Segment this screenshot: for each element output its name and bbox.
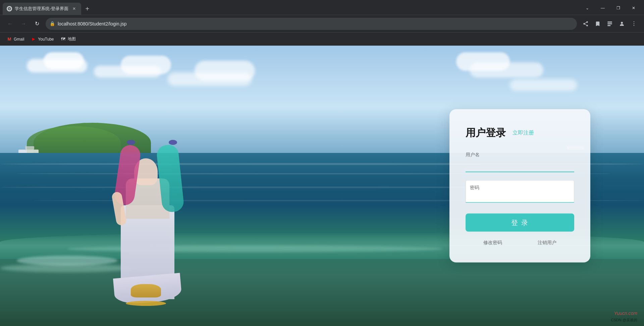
bookmark-youtube-label: YouTube — [38, 37, 54, 42]
login-header: 用户登录 立即注册 — [466, 126, 574, 140]
gmail-icon: M — [7, 37, 12, 42]
svg-rect-2 — [607, 23, 612, 24]
bookmark-gmail[interactable]: M Gmail — [4, 35, 27, 43]
window-minimize-button[interactable]: — — [595, 3, 610, 13]
profile-button[interactable] — [616, 18, 628, 30]
tab-favicon — [7, 6, 12, 11]
nav-bar: ← → ↻ 🔒 localhost:8080/Student2/login.js… — [0, 15, 644, 32]
window-close-button[interactable]: ✕ — [626, 3, 641, 13]
address-url: localhost:8080/Student2/login.jsp — [58, 21, 573, 26]
new-tab-button[interactable]: + — [81, 3, 93, 15]
menu-button[interactable]: ⋮ — [628, 18, 640, 30]
tab-bar: 学生信息管理系统-登录界面 ✕ + ⌄ — ❐ ✕ — [0, 0, 644, 15]
login-links: 修改密码 注销用户 — [466, 240, 574, 246]
password-input[interactable] — [470, 192, 570, 198]
cancel-user-link[interactable]: 注销用户 — [538, 240, 556, 246]
back-button[interactable]: ← — [4, 18, 16, 30]
bookmark-maps[interactable]: 🗺 地图 — [58, 35, 78, 43]
watermark: Yuucn.com — [614, 311, 637, 316]
password-group: 密码 — [466, 180, 574, 203]
change-password-link[interactable]: 修改密码 — [483, 240, 502, 246]
active-tab[interactable]: 学生信息管理系统-登录界面 ✕ — [3, 3, 81, 15]
username-input[interactable] — [466, 161, 574, 172]
username-group: 用户名 — [466, 152, 574, 172]
maps-icon: 🗺 — [61, 37, 66, 42]
forward-button[interactable]: → — [17, 18, 30, 30]
bookmark-maps-label: 地图 — [68, 36, 76, 42]
svg-rect-1 — [607, 21, 612, 22]
page-content: 用户登录 立即注册 用户名 密码 登 录 修改密码 注销用户 Yuucn.com… — [0, 46, 644, 326]
login-button[interactable]: 登 录 — [466, 214, 574, 232]
window-collapse-button[interactable]: ⌄ — [580, 3, 595, 13]
watermark-text: Yuucn.com — [614, 311, 637, 316]
tab-search-button[interactable] — [604, 18, 616, 30]
bookmarks-bar: M Gmail ▶ YouTube 🗺 地图 — [0, 32, 644, 46]
register-link[interactable]: 立即注册 — [513, 129, 534, 137]
tab-close-button[interactable]: ✕ — [71, 6, 77, 12]
svg-rect-3 — [607, 25, 610, 26]
login-card: 用户登录 立即注册 用户名 密码 登 录 修改密码 注销用户 — [449, 109, 590, 263]
youtube-icon: ▶ — [31, 37, 36, 42]
share-button[interactable] — [580, 18, 592, 30]
tab-title: 学生信息管理系统-登录界面 — [15, 6, 68, 12]
window-controls: ⌄ — ❐ ✕ — [580, 3, 641, 15]
username-label: 用户名 — [466, 152, 574, 158]
password-box: 密码 — [466, 180, 574, 203]
password-label: 密码 — [470, 185, 570, 191]
nav-actions: ⋮ — [580, 18, 640, 30]
svg-point-4 — [621, 22, 623, 24]
credits-text: CSDN @吴谁的 — [611, 318, 637, 323]
browser-chrome: 学生信息管理系统-登录界面 ✕ + ⌄ — ❐ ✕ ← → ↻ 🔒 localh… — [0, 0, 644, 46]
bookmark-youtube[interactable]: ▶ YouTube — [28, 35, 56, 43]
lock-icon: 🔒 — [50, 21, 55, 26]
bookmark-button[interactable] — [592, 18, 604, 30]
login-title: 用户登录 — [466, 126, 506, 140]
address-bar[interactable]: 🔒 localhost:8080/Student2/login.jsp — [46, 18, 577, 30]
bookmark-gmail-label: Gmail — [14, 37, 24, 42]
refresh-button[interactable]: ↻ — [31, 18, 43, 30]
window-maximize-button[interactable]: ❐ — [610, 3, 626, 13]
